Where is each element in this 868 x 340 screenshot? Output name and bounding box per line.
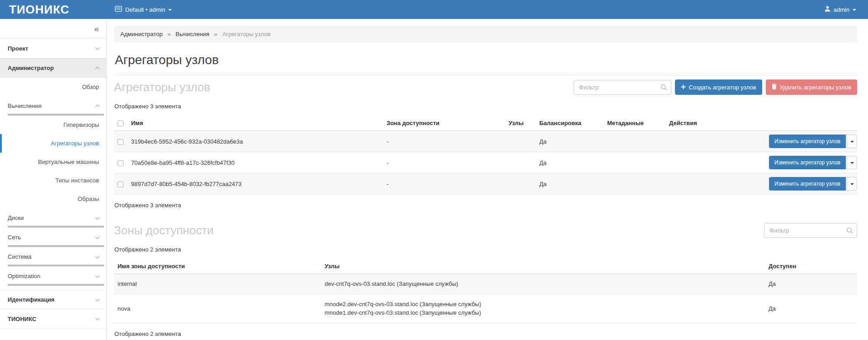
sidebar-item-disks[interactable]: Диски <box>0 208 106 221</box>
col-header-zone[interactable]: Зона доступности <box>383 116 505 131</box>
row-actions-dropdown-toggle[interactable] <box>847 177 857 191</box>
aggregates-section-header: Агрегаторы узлов Создать агрегатор узлов… <box>114 78 857 96</box>
sidebar-item-label: Идентификация <box>8 296 55 303</box>
sidebar-item-compute[interactable]: Вычисления <box>0 96 106 109</box>
sidebar: « Проект Администратор Обзор Вычисления … <box>0 19 107 340</box>
cell-name: 70a50e8e-ba95-4ff8-a17c-326fcfb47f30 <box>127 152 383 173</box>
sidebar-item-instances[interactable]: Виртуальные машины <box>0 153 106 171</box>
row-actions-dropdown-toggle[interactable] <box>847 156 857 169</box>
caret-down-icon <box>850 183 854 185</box>
search-icon <box>846 227 853 235</box>
aggregates-table: Имя Зона доступности Узлы Балансировка М… <box>114 116 857 195</box>
row-actions-dropdown-toggle[interactable] <box>847 135 857 148</box>
col-header-zone-name[interactable]: Имя зоны доступности <box>114 259 321 274</box>
zones-controls <box>764 223 857 238</box>
sidebar-item-hypervisors[interactable]: Гипервизоры <box>0 116 106 134</box>
cell-zone: - <box>383 152 505 173</box>
sidebar-item-images[interactable]: Образы <box>0 190 106 208</box>
zones-count: Отображено 2 элемента <box>114 246 857 253</box>
cell-nodes <box>505 173 536 195</box>
context-label: Default • admin <box>125 6 165 13</box>
sidebar-item-identity[interactable]: Идентификация <box>0 290 106 309</box>
user-icon <box>825 6 830 13</box>
sidebar-item-project[interactable]: Проект <box>0 39 106 58</box>
user-menu[interactable]: admin <box>825 6 856 13</box>
sidebar-item-label: Проект <box>8 45 28 52</box>
sidebar-item-label: ТИОНИКС <box>8 316 36 322</box>
edit-aggregate-button[interactable]: Изменить агрегатор узлов <box>769 135 846 148</box>
col-header-zone-nodes[interactable]: Узлы <box>321 259 765 274</box>
col-header-zone-available[interactable]: Доступен <box>765 259 857 274</box>
sidebar-item-label: Система <box>8 253 31 260</box>
cell-metadata <box>604 173 665 195</box>
sidebar-item-optimization[interactable]: Optimization <box>0 266 106 279</box>
sidebar-item-label: Диски <box>8 214 24 221</box>
sidebar-collapse-row: « <box>0 19 106 39</box>
node-entry: mnode2.dev-cnt7q-ovs-03.stand.loc (Запущ… <box>325 300 761 309</box>
sidebar-item-system[interactable]: Система <box>0 247 106 260</box>
delete-aggregates-button[interactable]: Удалить агрегаторы узлов <box>766 79 857 95</box>
chevron-down-icon <box>95 46 100 50</box>
category-underline <box>8 284 104 286</box>
caret-down-icon <box>850 141 854 143</box>
cell-zone-name: nova <box>114 294 321 323</box>
zones-footer-count: Отображено 2 элемента <box>114 331 857 337</box>
sidebar-collapse-button[interactable]: « <box>94 24 99 33</box>
domain-icon <box>115 6 122 13</box>
create-aggregate-button[interactable]: Создать агрегатор узлов <box>675 79 762 95</box>
cell-nodes <box>505 131 536 152</box>
sidebar-item-overview[interactable]: Обзор <box>0 78 106 96</box>
domain-project-menu[interactable]: Default • admin <box>107 6 172 13</box>
aggregates-count: Отображено 3 элемента <box>114 103 857 110</box>
cell-zone-name: internal <box>114 274 321 294</box>
caret-down-icon <box>850 162 854 164</box>
col-header-actions: Действия <box>665 116 857 131</box>
aggregate-row: 319b4ec6-5952-456c-932a-030482da6e3a - Д… <box>114 131 857 152</box>
cell-zone-available: Да <box>765 274 857 294</box>
main-content: Администратор » Вычисления » Агрегаторы … <box>107 19 868 340</box>
col-header-nodes[interactable]: Узлы <box>505 116 536 131</box>
zone-row: internal dev-cnt7q-ovs-03.stand.loc (Зап… <box>114 274 857 294</box>
cell-metadata <box>604 131 665 152</box>
brand-logo[interactable]: ТИОНИКС <box>0 0 107 19</box>
aggregate-row: 9897d7d7-80b5-454b-8032-fb277caa2473 - Д… <box>114 173 857 195</box>
sidebar-item-network[interactable]: Сеть <box>0 228 106 241</box>
sidebar-item-host-aggregates[interactable]: Агрегаторы узлов <box>0 134 106 153</box>
zones-table: Имя зоны доступности Узлы Доступен inter… <box>114 259 857 323</box>
aggregates-section-title: Агрегаторы узлов <box>114 80 210 94</box>
row-checkbox[interactable] <box>118 139 123 145</box>
node-entry: dev-cnt7q-ovs-03.stand.loc (Запущенные с… <box>325 279 761 289</box>
aggregates-filter <box>574 80 671 95</box>
col-header-metadata[interactable]: Метаданные <box>604 116 665 131</box>
aggregates-footer-count: Отображено 3 элемента <box>114 202 857 209</box>
sidebar-item-label: Вычисления <box>8 102 42 109</box>
sidebar-item-admin[interactable]: Администратор <box>0 58 106 78</box>
sidebar-item-flavors[interactable]: Типы инстансов <box>0 171 106 190</box>
cell-balancing: Да <box>536 173 604 195</box>
breadcrumb-separator: » <box>167 31 170 37</box>
sidebar-item-tionix[interactable]: ТИОНИКС <box>0 309 106 329</box>
cell-balancing: Да <box>536 131 604 152</box>
row-checkbox[interactable] <box>118 160 123 166</box>
cell-zone: - <box>383 131 505 152</box>
sidebar-item-label: Optimization <box>8 273 40 279</box>
cell-zone-nodes: dev-cnt7q-ovs-03.stand.loc (Запущенные с… <box>321 274 765 294</box>
select-all-checkbox[interactable] <box>118 121 123 126</box>
cell-nodes <box>505 152 536 173</box>
cell-zone-available: Да <box>765 294 857 323</box>
zone-row: nova mnode2.dev-cnt7q-ovs-03.stand.loc (… <box>114 294 857 323</box>
zones-filter-input[interactable] <box>764 223 857 238</box>
col-header-name[interactable]: Имя <box>127 116 383 131</box>
col-header-balancing[interactable]: Балансировка <box>536 116 604 131</box>
row-checkbox[interactable] <box>118 182 123 187</box>
aggregates-filter-input[interactable] <box>574 80 671 95</box>
edit-aggregate-button[interactable]: Изменить агрегатор узлов <box>769 156 846 169</box>
edit-aggregate-button[interactable]: Изменить агрегатор узлов <box>769 177 846 191</box>
chevron-up-icon <box>95 67 100 71</box>
aggregates-controls: Создать агрегатор узлов Удалить агрегато… <box>574 79 857 95</box>
breadcrumb-item: Вычисления <box>175 31 209 37</box>
top-header: ТИОНИКС Default • admin admin <box>0 0 868 19</box>
chevron-down-icon <box>95 297 100 301</box>
breadcrumb-current: Агрегаторы узлов <box>222 31 271 37</box>
create-aggregate-label: Создать агрегатор узлов <box>689 84 756 91</box>
